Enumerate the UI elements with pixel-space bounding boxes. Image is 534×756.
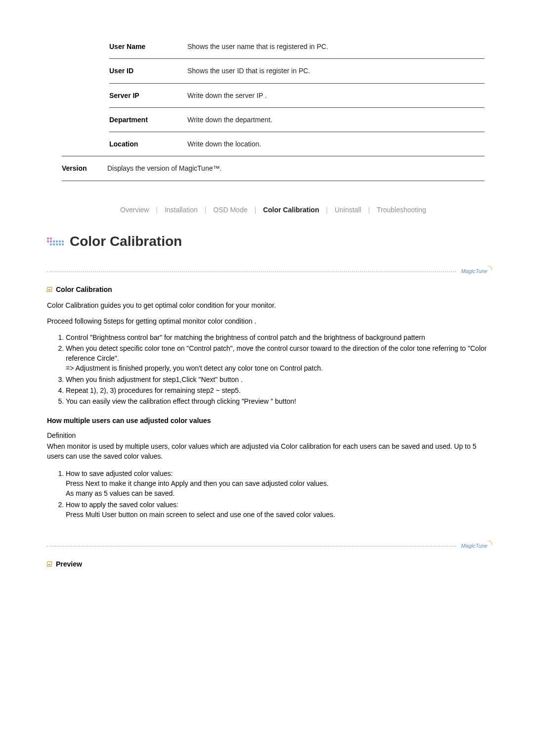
row-label: Server IP xyxy=(109,83,187,107)
definition-text: When monitor is used by multiple users, … xyxy=(47,441,490,462)
step2-extra: => Adjustment is finished properly, you … xyxy=(66,364,323,372)
nav-overview[interactable]: Overview xyxy=(118,206,151,214)
list-item: You can easily view the calibration effe… xyxy=(66,396,490,406)
intro-paragraph-2: Proceed following 5steps for getting opt… xyxy=(47,316,490,326)
section-bullet-icon xyxy=(46,287,52,292)
row-label: User Name xyxy=(109,35,187,59)
divider-row: MagicTune xyxy=(47,268,490,276)
magictune-logo: MagicTune xyxy=(461,542,490,550)
version-label: Version xyxy=(62,156,107,181)
table-row: Location Write down the location. xyxy=(109,132,485,156)
row-desc: Write down the server IP . xyxy=(187,83,485,107)
list-item: When you detect specific color tone on "… xyxy=(66,343,490,374)
page-title: Color Calibration xyxy=(70,232,182,252)
multi-user-title: How multiple users can use adjusted colo… xyxy=(47,416,490,425)
dotted-divider xyxy=(47,546,456,547)
dotted-divider xyxy=(47,271,456,272)
calibration-steps: Control "Brightness control bar" for mat… xyxy=(66,332,490,407)
section-header-preview: Preview xyxy=(47,559,490,569)
table-row: User Name Shows the user name that is re… xyxy=(109,35,485,59)
row-desc: Write down the location. xyxy=(187,132,485,156)
list-item: How to save adjusted color values: Press… xyxy=(66,469,490,499)
nav-installation[interactable]: Installation xyxy=(163,206,200,214)
section-header-color-calibration: Color Calibration xyxy=(47,284,490,294)
dots-icon xyxy=(47,237,64,245)
nav-troubleshooting[interactable]: Troubleshooting xyxy=(375,206,428,214)
table-row: Department Write down the department. xyxy=(109,107,485,132)
row-desc: Write down the department. xyxy=(187,107,485,132)
row-desc: Shows the user name that is registered i… xyxy=(187,35,485,59)
magictune-logo: MagicTune xyxy=(461,268,490,276)
definition-label: Definition xyxy=(47,430,490,440)
row-label: User ID xyxy=(109,59,187,83)
list-item: Repeat 1), 2), 3) procedures for remaini… xyxy=(66,385,490,395)
page-heading-row: Color Calibration xyxy=(47,232,485,252)
settings-subtable: User Name Shows the user name that is re… xyxy=(109,35,485,156)
table-row: Server IP Write down the server IP . xyxy=(109,83,485,107)
nav-uninstall[interactable]: Uninstall xyxy=(333,206,363,214)
section-bullet-icon xyxy=(46,562,52,567)
list-item: How to apply the saved color values: Pre… xyxy=(66,500,490,520)
list-item: When you finish adjustment for step1,Cli… xyxy=(66,375,490,384)
breadcrumb-nav: Overview | Installation | OSD Mode | Col… xyxy=(62,205,485,215)
section-title: Color Calibration xyxy=(56,284,112,294)
list-item: Control "Brightness control bar" for mat… xyxy=(66,332,490,342)
nav-osd-mode[interactable]: OSD Mode xyxy=(211,206,249,214)
version-desc: Displays the version of MagicTune™. xyxy=(107,156,485,181)
table-row: User ID Shows the user ID that is regist… xyxy=(109,59,485,83)
row-desc: Shows the user ID that is register in PC… xyxy=(187,59,485,83)
intro-paragraph-1: Color Calibration guides you to get opti… xyxy=(47,300,490,310)
divider-row: MagicTune xyxy=(47,542,490,550)
version-row-table: Version Displays the version of MagicTun… xyxy=(62,156,485,181)
row-label: Location xyxy=(109,132,187,156)
section-title: Preview xyxy=(56,559,82,569)
table-row: Version Displays the version of MagicTun… xyxy=(62,156,485,181)
nav-color-calibration[interactable]: Color Calibration xyxy=(261,206,321,214)
howto-list: How to save adjusted color values: Press… xyxy=(66,469,490,520)
row-label: Department xyxy=(109,107,187,132)
